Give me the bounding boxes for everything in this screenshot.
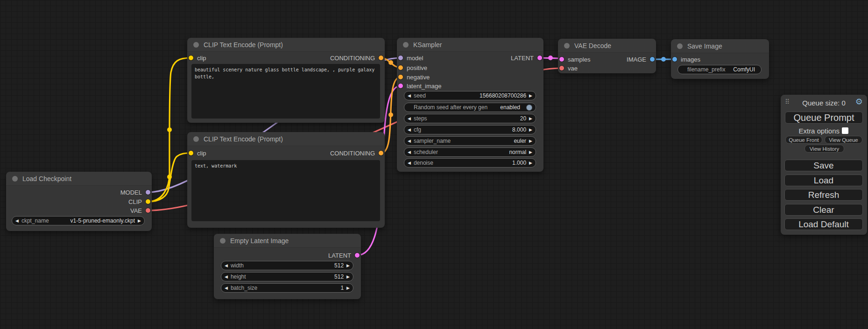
toggle-enabled-icon[interactable] bbox=[526, 105, 532, 111]
widget-ckpt-name[interactable]: ◀ ckpt_name v1-5-pruned-emaonly.ckpt ▶ bbox=[12, 216, 145, 225]
collapse-dot-icon[interactable] bbox=[403, 42, 409, 48]
link-midpoint-dot[interactable] bbox=[388, 112, 393, 117]
node-title-bar[interactable]: VAE Decode bbox=[558, 39, 656, 53]
increment-arrow-icon[interactable]: ▶ bbox=[529, 128, 532, 132]
extra-options-checkbox[interactable] bbox=[842, 127, 848, 134]
output-slot-clip[interactable]: CLIP bbox=[128, 197, 150, 206]
input-slot-negative[interactable]: negative bbox=[398, 72, 430, 82]
node-load-checkpoint[interactable]: Load Checkpoint MODEL CLIP VAE ◀ ckpt_na… bbox=[6, 172, 152, 231]
link-midpoint-dot[interactable] bbox=[167, 175, 172, 179]
widget-denoise[interactable]: ◀ denoise 1.000 ▶ bbox=[404, 158, 536, 168]
prompt-textarea[interactable]: text, watermark bbox=[191, 160, 380, 221]
input-slot-latent-image[interactable]: latent_image bbox=[398, 81, 441, 91]
view-history-button[interactable]: View History bbox=[804, 145, 844, 153]
link-midpoint-dot[interactable] bbox=[661, 57, 666, 62]
increment-arrow-icon[interactable]: ▶ bbox=[529, 161, 532, 165]
view-queue-button[interactable]: View Queue bbox=[825, 136, 862, 144]
increment-arrow-icon[interactable]: ▶ bbox=[529, 94, 532, 98]
output-slot-latent[interactable]: LATENT bbox=[328, 251, 360, 260]
widget-height[interactable]: ◀ height 512 ▶ bbox=[221, 272, 353, 281]
widget-seed[interactable]: ◀ seed 156680208700286 ▶ bbox=[404, 91, 536, 100]
widget-scheduler[interactable]: ◀ scheduler normal ▶ bbox=[404, 147, 536, 157]
slot-dot-clip[interactable] bbox=[189, 56, 193, 60]
input-slot-vae[interactable]: vae bbox=[559, 63, 578, 73]
slot-dot-image[interactable] bbox=[672, 57, 677, 62]
refresh-button[interactable]: Refresh bbox=[784, 189, 863, 201]
link-midpoint-dot[interactable] bbox=[167, 127, 172, 132]
collapse-dot-icon[interactable] bbox=[193, 136, 199, 142]
link-midpoint-dot[interactable] bbox=[548, 56, 553, 60]
increment-arrow-icon[interactable]: ▶ bbox=[529, 117, 532, 121]
widget-random-seed[interactable]: Random seed after every gen enabled bbox=[404, 103, 536, 112]
increment-arrow-icon[interactable]: ▶ bbox=[346, 264, 350, 268]
slot-dot-clip[interactable] bbox=[189, 151, 193, 155]
collapse-dot-icon[interactable] bbox=[220, 238, 226, 244]
slot-dot-latent[interactable] bbox=[355, 253, 360, 258]
decrement-arrow-icon[interactable]: ◀ bbox=[15, 219, 19, 223]
collapse-dot-icon[interactable] bbox=[564, 43, 570, 49]
output-slot-model[interactable]: MODEL bbox=[120, 188, 150, 197]
queue-front-button[interactable]: Queue Front bbox=[785, 136, 822, 144]
input-slot-images[interactable]: images bbox=[672, 55, 700, 64]
input-slot-model[interactable]: model bbox=[398, 53, 423, 63]
slot-dot-conditioning[interactable] bbox=[379, 151, 383, 155]
increment-arrow-icon[interactable]: ▶ bbox=[346, 286, 350, 290]
slot-dot-latent[interactable] bbox=[398, 84, 403, 88]
decrement-arrow-icon[interactable]: ◀ bbox=[408, 150, 411, 154]
node-save-image[interactable]: Save Image images filename_prefix ComfyU… bbox=[671, 39, 769, 79]
decrement-arrow-icon[interactable]: ◀ bbox=[225, 275, 228, 279]
slot-dot-model[interactable] bbox=[146, 190, 150, 195]
save-button[interactable]: Save bbox=[784, 160, 863, 171]
slot-dot-conditioning[interactable] bbox=[398, 75, 403, 79]
prompt-textarea[interactable]: beautiful scenery nature glass bottle la… bbox=[191, 64, 380, 119]
node-clip-encode-negative[interactable]: CLIP Text Encode (Prompt) clip CONDITION… bbox=[187, 132, 385, 228]
increment-arrow-icon[interactable]: ▶ bbox=[138, 219, 141, 223]
decrement-arrow-icon[interactable]: ◀ bbox=[408, 161, 411, 165]
decrement-arrow-icon[interactable]: ◀ bbox=[408, 94, 411, 98]
decrement-arrow-icon[interactable]: ◀ bbox=[225, 264, 228, 268]
collapse-dot-icon[interactable] bbox=[12, 176, 18, 182]
link-midpoint-dot[interactable] bbox=[388, 60, 393, 65]
decrement-arrow-icon[interactable]: ◀ bbox=[408, 128, 411, 132]
slot-dot-vae[interactable] bbox=[559, 66, 564, 70]
widget-cfg[interactable]: ◀ cfg 8.000 ▶ bbox=[404, 125, 536, 134]
slot-dot-vae[interactable] bbox=[146, 208, 150, 213]
output-slot-latent[interactable]: LATENT bbox=[511, 53, 542, 63]
queue-prompt-button[interactable]: Queue Prompt bbox=[785, 112, 863, 124]
output-slot-conditioning[interactable]: CONDITIONING bbox=[330, 148, 383, 158]
node-title-bar[interactable]: CLIP Text Encode (Prompt) bbox=[187, 132, 385, 146]
node-clip-encode-positive[interactable]: CLIP Text Encode (Prompt) clip CONDITION… bbox=[187, 38, 385, 123]
widget-sampler-name[interactable]: ◀ sampler_name euler ▶ bbox=[404, 136, 536, 146]
slot-dot-latent[interactable] bbox=[537, 56, 542, 60]
node-empty-latent-image[interactable]: Empty Latent Image LATENT ◀ width 512 ▶ … bbox=[214, 234, 361, 299]
collapse-dot-icon[interactable] bbox=[193, 42, 199, 48]
node-title-bar[interactable]: Empty Latent Image bbox=[214, 234, 361, 248]
decrement-arrow-icon[interactable]: ◀ bbox=[408, 117, 411, 121]
input-slot-clip[interactable]: clip bbox=[189, 53, 206, 63]
widget-steps[interactable]: ◀ steps 20 ▶ bbox=[404, 114, 536, 123]
output-slot-conditioning[interactable]: CONDITIONING bbox=[330, 53, 383, 63]
node-ksampler[interactable]: KSampler model positive negative latent_… bbox=[397, 38, 543, 172]
increment-arrow-icon[interactable]: ▶ bbox=[346, 275, 350, 279]
slot-dot-clip[interactable] bbox=[146, 199, 150, 204]
input-slot-clip[interactable]: clip bbox=[189, 148, 206, 158]
slot-dot-image[interactable] bbox=[650, 57, 655, 62]
slot-dot-conditioning[interactable] bbox=[379, 56, 383, 60]
slot-dot-conditioning[interactable] bbox=[398, 65, 403, 70]
input-slot-positive[interactable]: positive bbox=[398, 63, 427, 72]
slot-dot-model[interactable] bbox=[398, 56, 403, 60]
load-button[interactable]: Load bbox=[784, 175, 863, 186]
output-slot-vae[interactable]: VAE bbox=[130, 206, 150, 215]
node-title-bar[interactable]: CLIP Text Encode (Prompt) bbox=[187, 38, 385, 52]
widget-filename-prefix[interactable]: filename_prefix ComfyUI bbox=[677, 65, 762, 74]
output-slot-image[interactable]: IMAGE bbox=[627, 55, 655, 64]
collapse-dot-icon[interactable] bbox=[677, 43, 683, 49]
load-default-button[interactable]: Load Default bbox=[784, 218, 863, 230]
node-vae-decode[interactable]: VAE Decode samples vae IMAGE bbox=[558, 39, 656, 73]
widget-batch-size[interactable]: ◀ batch_size 1 ▶ bbox=[221, 283, 353, 293]
gear-icon[interactable]: ⚙ bbox=[855, 98, 863, 106]
decrement-arrow-icon[interactable]: ◀ bbox=[225, 286, 228, 290]
clear-button[interactable]: Clear bbox=[784, 204, 863, 216]
input-slot-samples[interactable]: samples bbox=[559, 55, 590, 64]
slot-dot-latent[interactable] bbox=[559, 57, 564, 62]
